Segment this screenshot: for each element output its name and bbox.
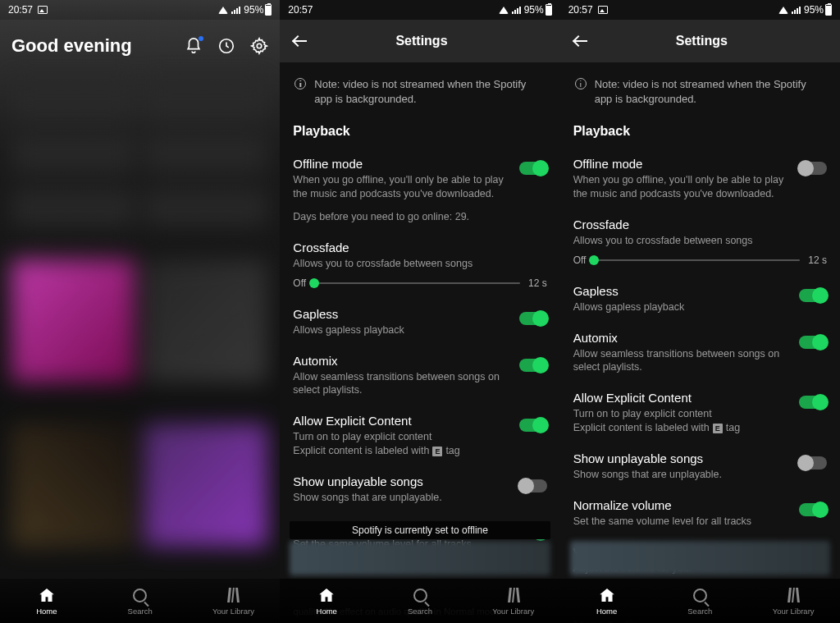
arrow-left-icon (574, 34, 587, 48)
arrow-left-icon (294, 34, 307, 48)
wifi-icon (218, 7, 228, 14)
nav-library[interactable]: Your Library (746, 579, 840, 623)
now-playing-bar-blurred[interactable] (570, 541, 830, 575)
playback-heading: Playback (573, 119, 827, 150)
gapless-row: GaplessAllows gapless playback (573, 277, 827, 324)
explicit-tag-icon: E (432, 447, 442, 456)
bottom-nav: Home Search Your Library (280, 579, 559, 623)
settings-icon[interactable] (250, 37, 268, 55)
panel-settings-a: 20:57 95% Settings Note: video is not st… (280, 0, 559, 623)
offline-toast: Spotify is currently set to offline (290, 521, 550, 539)
battery-icon (546, 4, 552, 16)
crossfade-slider[interactable]: Off 12 s (573, 251, 827, 277)
panel-home: 20:57 95% Good evening (0, 0, 280, 623)
wifi-icon (499, 7, 509, 14)
nav-search[interactable]: Search (373, 579, 467, 623)
status-bar: 20:57 95% (0, 0, 280, 20)
video-note: Note: video is not streamed when the Spo… (293, 69, 546, 119)
slider-thumb[interactable] (309, 278, 319, 288)
explicit-tag-icon: E (713, 424, 723, 433)
offline-mode-row: Offline mode When you go offline, you'll… (293, 150, 546, 211)
info-icon (575, 78, 587, 89)
automix-toggle[interactable] (519, 359, 547, 372)
notifications-icon[interactable] (185, 37, 203, 55)
automix-row: AutomixAllow seamless transitions betwee… (293, 347, 546, 408)
unplayable-row: Show unplayable songsShow songs that are… (573, 445, 827, 492)
automix-toggle[interactable] (799, 336, 827, 349)
unplayable-toggle[interactable] (519, 479, 547, 492)
battery-percent: 95% (244, 4, 263, 16)
home-content-blurred (0, 72, 280, 623)
nav-search[interactable]: Search (653, 579, 746, 623)
status-bar: 20:57 95% (560, 0, 840, 20)
offline-toggle[interactable] (519, 162, 547, 175)
nav-home[interactable]: Home (280, 579, 373, 623)
signal-icon (231, 6, 240, 14)
crossfade-row: CrossfadeAllows you to crossfade between… (573, 211, 827, 251)
gapless-toggle[interactable] (519, 312, 547, 325)
recent-icon[interactable] (217, 37, 235, 55)
page-title: Settings (600, 34, 804, 48)
battery-icon (825, 4, 832, 16)
explicit-toggle[interactable] (799, 396, 827, 409)
home-header: Good evening (0, 20, 280, 72)
panel-settings-b: 20:57 95% Settings Note: video is not st… (560, 0, 840, 623)
nav-search[interactable]: Search (94, 579, 187, 623)
slider-thumb[interactable] (589, 255, 599, 265)
offline-days-note: Days before you need to go online: 29. (293, 211, 546, 234)
unplayable-row: Show unplayable songsShow songs that are… (293, 468, 546, 515)
offline-mode-row: Offline modeWhen you go offline, you'll … (573, 150, 827, 211)
settings-header: Settings (560, 20, 840, 62)
page-title: Settings (319, 34, 523, 48)
bottom-nav: Home Search Your Library (560, 579, 840, 623)
battery-icon (265, 4, 272, 16)
back-button[interactable] (291, 32, 309, 50)
svg-point-1 (258, 44, 262, 48)
nav-home[interactable]: Home (560, 579, 654, 623)
now-playing-bar-blurred[interactable] (290, 541, 550, 575)
gapless-toggle[interactable] (799, 289, 827, 302)
status-bar: 20:57 95% (280, 0, 559, 20)
crossfade-row: Crossfade Allows you to crossfade betwee… (293, 234, 546, 274)
nav-library[interactable]: Your Library (187, 579, 281, 623)
clock-time: 20:57 (8, 4, 33, 16)
normalize-toggle[interactable] (799, 503, 827, 516)
crossfade-slider[interactable]: Off 12 s (293, 274, 546, 300)
automix-row: AutomixAllow seamless transitions betwee… (573, 324, 827, 385)
back-button[interactable] (572, 32, 590, 50)
settings-header: Settings (280, 20, 559, 62)
offline-toggle[interactable] (799, 162, 827, 175)
bottom-nav: Home Search Your Library (0, 579, 280, 623)
nav-library[interactable]: Your Library (467, 579, 560, 623)
playback-heading: Playback (293, 119, 546, 150)
video-note: Note: video is not streamed when the Spo… (573, 69, 827, 119)
explicit-row: Allow Explicit Content Turn on to play e… (573, 384, 827, 445)
explicit-toggle[interactable] (519, 419, 547, 432)
explicit-row: Allow Explicit Content Turn on to play e… (293, 407, 546, 468)
signal-icon (792, 6, 801, 14)
screenshot-indicator-icon (38, 6, 48, 14)
signal-icon (512, 6, 521, 14)
greeting-title: Good evening (11, 35, 132, 57)
unplayable-toggle[interactable] (799, 456, 827, 470)
gapless-row: GaplessAllows gapless playback (293, 300, 546, 347)
screenshot-indicator-icon (598, 6, 608, 14)
nav-home[interactable]: Home (0, 579, 94, 623)
wifi-icon (778, 7, 788, 14)
info-icon (294, 78, 306, 89)
normalize-row: Normalize volumeSet the same volume leve… (573, 492, 827, 538)
